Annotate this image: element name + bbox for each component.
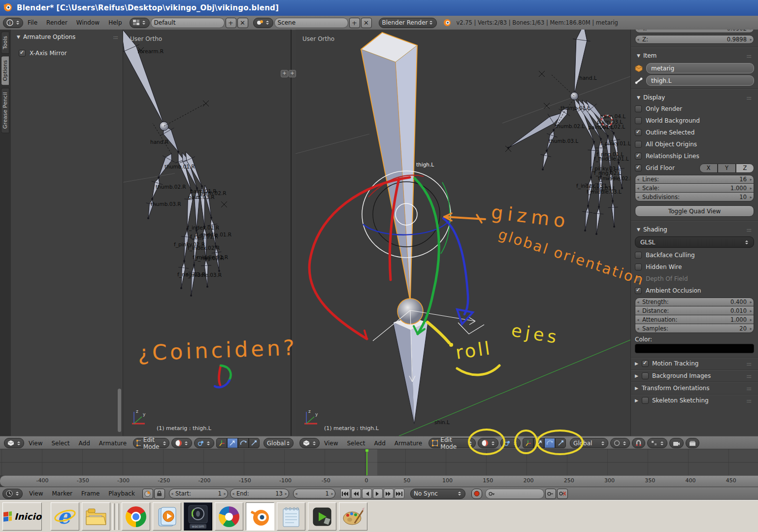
shading-checkbox-backface-culling[interactable] [635,252,642,259]
timeline-menu-marker[interactable]: Marker [52,490,72,497]
panel-collapsed-skeleton-sketching[interactable]: ▶Skeleton Sketching:::: [631,394,758,406]
viewport-menu-view[interactable]: View [29,440,42,447]
scene-icon-button[interactable] [253,18,273,28]
orientation-dropdown[interactable]: Global [264,438,294,448]
topbar-menu-window[interactable]: Window [76,19,99,26]
screen-layout-field[interactable]: Default [151,18,225,28]
viewport-menu-add[interactable]: Add [374,440,386,447]
viewport-menu-add[interactable]: Add [79,440,90,447]
taskbar-blender-icon[interactable] [246,502,274,531]
mode-dropdown[interactable]: Edit Mode [428,438,476,448]
timeline-menu-frame[interactable]: Frame [81,490,99,497]
title-bar[interactable]: Blender* [C:\Users\Reifus\Desktop\viking… [0,0,758,16]
viewport-expand-icon[interactable]: + [289,70,296,77]
start-frame-field[interactable]: Start: 1 [169,489,228,499]
tab-tools[interactable]: Tools [1,32,9,54]
manipulator-axis-button[interactable] [216,438,227,448]
render-opengl-anim-button[interactable] [686,438,699,448]
insert-keyframe-button[interactable] [545,489,556,499]
timeline-strip[interactable] [0,449,758,475]
shading-slider-samples[interactable]: Samples:20 [635,324,754,333]
3d-viewport-left[interactable]: User Ortho z y forearm.Rhand.Rthumb [123,30,292,436]
add-scene-button[interactable]: + [349,18,360,28]
display-checkbox-world-background[interactable] [635,117,642,124]
manipulator-translate-button[interactable] [227,438,238,448]
panel-grip[interactable]: :::: [113,34,118,40]
next-keyframe-button[interactable] [384,489,394,499]
panel-collapsed-background-images[interactable]: ▶Background Images:::: [631,369,758,382]
display-checkbox-all-object-origins[interactable] [635,141,642,148]
manipulator-axis-button[interactable] [523,438,533,448]
end-frame-field[interactable]: End: 13 [230,489,289,499]
display-panel-header[interactable]: ▼ Display :::: [635,92,754,103]
lock-icon-button[interactable] [154,489,165,499]
display-checkbox-relationship-lines[interactable] [635,153,642,160]
add-layout-button[interactable]: + [226,18,236,28]
manipulator-scale-button[interactable] [249,438,260,448]
editor-type-3dview-button[interactable] [4,438,24,448]
toggle-quad-view-button[interactable]: Toggle Quad View [635,205,754,217]
jump-to-start-button[interactable] [340,489,350,499]
pivot-point-dropdown[interactable] [500,438,521,448]
render-engine-dropdown[interactable]: Blender Render [379,18,437,28]
topbar-menu-render[interactable]: Render [46,19,67,26]
viewport-shading-dropdown[interactable] [478,438,498,448]
shading-checkbox-ambient-occlusion[interactable] [635,287,642,294]
current-frame-field[interactable]: 1 [293,489,335,499]
topbar-menu-help[interactable]: Help [108,19,122,26]
editor-type-info-button[interactable]: i [3,18,23,28]
display-checkbox-grid-floor[interactable] [635,165,642,171]
editor-type-3dview-button[interactable] [299,438,320,448]
play-button[interactable] [373,489,383,499]
tool-shelf-scrollbar[interactable] [118,389,121,432]
bone-name-field[interactable]: thigh.L [646,75,754,86]
shading-mode-dropdown[interactable]: GLSL [635,236,754,248]
grid-axis-button-z[interactable]: Z [736,164,754,173]
manipulator-translate-button[interactable] [533,438,544,448]
display-checkbox-outline-selected[interactable] [635,129,642,136]
snap-element-dropdown[interactable] [647,438,667,448]
viewport-menu-armature[interactable]: Armature [99,440,127,447]
timeline-menu-playback[interactable]: Playback [108,490,135,497]
shading-slider-strength[interactable]: Strength:0.400 [635,298,754,306]
taskbar-wacom-icon[interactable]: wacom [184,502,212,531]
motion-tracking-checkbox[interactable] [642,360,649,367]
jump-to-end-button[interactable] [395,489,404,499]
current-frame-playhead[interactable] [366,449,367,475]
tab-options[interactable]: Options [1,56,9,85]
tab-grease-pencil[interactable]: Grease Pencil [1,88,9,133]
manipulator-rotate-button[interactable] [238,438,249,448]
taskbar-notepad-icon[interactable] [277,502,305,531]
viewport-menu-select[interactable]: Select [51,440,69,447]
taskbar-chrome-icon[interactable] [122,502,150,531]
sync-mode-dropdown[interactable]: No Sync [410,489,465,499]
transform-z-slider[interactable]: Z: 0.9898 [635,35,754,44]
start-button[interactable]: Inicio [2,502,42,531]
ao-color-swatch[interactable] [635,344,754,353]
display-slider-lines[interactable]: Lines:16 [635,175,754,184]
display-slider-scale[interactable]: Scale:1.000 [635,184,754,193]
scene-field[interactable]: Scene [274,18,348,28]
armature-options-panel-header[interactable]: ▼ Armature Options :::: [11,30,123,42]
display-slider-subdivisions[interactable]: Subdivisions:10 [635,193,754,201]
shading-checkbox-depth-of-field[interactable] [635,275,642,282]
grid-axis-button-y[interactable]: Y [718,164,736,173]
previous-keyframe-button[interactable] [351,489,361,499]
viewport-menu-select[interactable]: Select [347,440,365,447]
item-panel-header[interactable]: ▼ Item :::: [635,50,754,61]
background-images-checkbox[interactable] [642,372,649,379]
taskbar-paint-icon[interactable] [339,502,367,531]
preview-range-icon-button[interactable] [142,489,153,499]
pivot-point-dropdown[interactable] [194,438,214,448]
viewport-menu-view[interactable]: View [324,440,338,447]
shading-panel-header[interactable]: ▼ Shading :::: [635,224,754,235]
3d-viewport-right[interactable]: User Ortho [296,30,630,436]
delete-scene-button[interactable]: ✕ [361,18,372,28]
shading-slider-distance[interactable]: Distance:0.010 [635,306,754,315]
delete-keyframe-button[interactable] [557,489,568,499]
taskbar-file-explorer-icon[interactable] [82,502,110,531]
display-checkbox-only-render[interactable] [635,105,642,112]
shading-checkbox-hidden-wire[interactable] [635,264,642,270]
keying-set-field[interactable] [485,489,544,499]
play-reverse-button[interactable] [362,489,372,499]
